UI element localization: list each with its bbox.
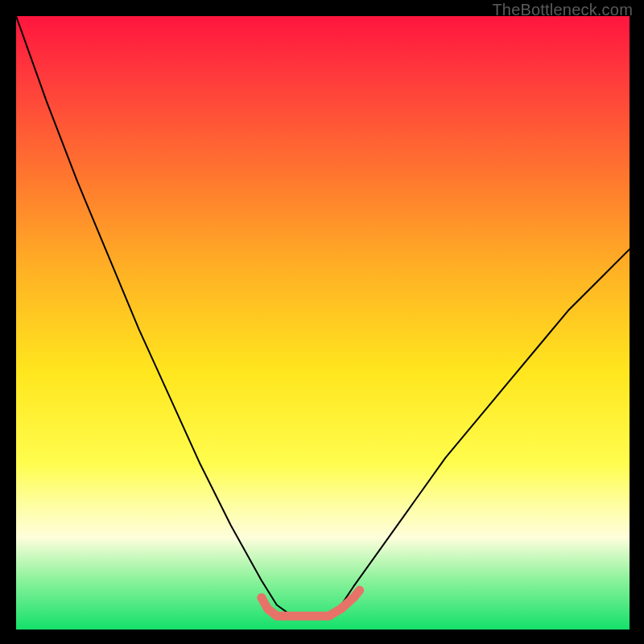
curve-layer [16, 16, 630, 630]
chart-stage: TheBottleneck.com [0, 0, 644, 644]
bottleneck-curve [16, 16, 630, 616]
watermark-text: TheBottleneck.com [492, 1, 633, 19]
plot-area [16, 16, 630, 630]
